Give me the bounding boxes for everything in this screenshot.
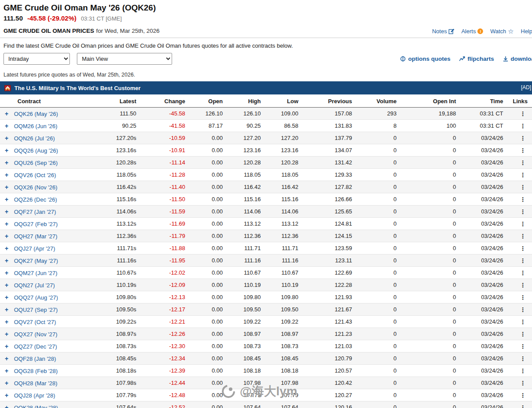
contract-link[interactable]: OQF27 (Jan '27) [14, 209, 56, 215]
expand-row-icon[interactable]: + [3, 147, 10, 154]
options-quotes-link[interactable]: options quotes [400, 56, 450, 62]
expand-row-icon[interactable]: + [3, 282, 10, 289]
contract-link[interactable]: OQM26 (Jun '26) [14, 123, 57, 129]
row-menu-icon[interactable]: ⋮ [520, 245, 526, 252]
expand-row-icon[interactable]: + [3, 306, 10, 313]
contract-link[interactable]: OQQ27 (Aug '27) [14, 294, 58, 301]
expand-row-icon[interactable]: + [3, 110, 10, 117]
contract-link[interactable]: OQK26 (May '26) [14, 111, 58, 117]
contract-link[interactable]: OQX27 (Nov '27) [14, 331, 57, 338]
row-menu-icon[interactable]: ⋮ [520, 220, 526, 227]
contract-link[interactable]: OQN26 (Jul '26) [14, 135, 55, 142]
col-header-high[interactable]: High [226, 95, 264, 108]
col-header-time[interactable]: Time [459, 95, 507, 108]
row-menu-icon[interactable]: ⋮ [520, 257, 526, 264]
col-header-openint[interactable]: Open Int [400, 95, 459, 108]
flipcharts-link[interactable]: flipcharts [459, 56, 494, 62]
row-menu-icon[interactable]: ⋮ [520, 355, 526, 362]
contract-link[interactable]: OQM27 (Jun '27) [14, 270, 57, 276]
contract-link[interactable]: OQV27 (Oct '27) [14, 319, 56, 325]
row-menu-icon[interactable]: ⋮ [520, 135, 526, 142]
row-menu-icon[interactable]: ⋮ [520, 331, 526, 338]
expand-row-icon[interactable]: + [3, 257, 10, 264]
row-menu-icon[interactable]: ⋮ [520, 159, 526, 166]
expand-row-icon[interactable]: + [3, 318, 10, 325]
contract-link[interactable]: OQG28 (Feb '28) [14, 368, 58, 374]
row-menu-icon[interactable]: ⋮ [520, 269, 526, 276]
expand-row-icon[interactable]: + [3, 294, 10, 301]
row-menu-icon[interactable]: ⋮ [520, 196, 526, 203]
row-menu-icon[interactable]: ⋮ [520, 318, 526, 325]
expand-row-icon[interactable]: + [3, 220, 10, 227]
col-header-latest[interactable]: Latest [100, 95, 140, 108]
expand-row-icon[interactable]: + [3, 135, 10, 142]
row-menu-icon[interactable]: ⋮ [520, 147, 526, 154]
contract-link[interactable]: OQH28 (Mar '28) [14, 380, 57, 387]
expand-row-icon[interactable]: + [3, 245, 10, 252]
row-menu-icon[interactable]: ⋮ [520, 367, 526, 374]
row-menu-icon[interactable]: ⋮ [520, 233, 526, 240]
col-header-change[interactable]: Change [140, 95, 189, 108]
expand-row-icon[interactable]: + [3, 269, 10, 276]
row-menu-icon[interactable]: ⋮ [520, 306, 526, 313]
low-cell: 115.16 [264, 193, 302, 206]
col-header-low[interactable]: Low [264, 95, 302, 108]
row-menu-icon[interactable]: ⋮ [520, 404, 526, 408]
contract-link[interactable]: OQK28 (May '28) [14, 405, 58, 408]
expand-row-icon[interactable]: + [3, 343, 10, 350]
help-link[interactable]: Help ? [521, 28, 532, 35]
row-menu-icon[interactable]: ⋮ [520, 184, 526, 191]
expand-row-icon[interactable]: + [3, 122, 10, 129]
contract-link[interactable]: OQJ28 (Apr '28) [14, 392, 55, 399]
contract-link[interactable]: OQX26 (Nov '26) [14, 184, 57, 191]
expand-row-icon[interactable]: + [3, 367, 10, 374]
notes-link[interactable]: Notes [432, 28, 454, 35]
expand-row-icon[interactable]: + [3, 159, 10, 166]
expand-row-icon[interactable]: + [3, 404, 10, 408]
ad-banner[interactable]: The U.S. Military Is The World's Best Cu… [0, 81, 532, 94]
contract-link[interactable]: OQH27 (Mar '27) [14, 233, 57, 240]
expand-row-icon[interactable]: + [3, 380, 10, 387]
contract-link[interactable]: OQZ27 (Dec '27) [14, 343, 57, 350]
contract-link[interactable]: OQF28 (Jan '28) [14, 356, 56, 362]
frequency-select[interactable]: Intraday [3, 53, 70, 65]
row-menu-icon[interactable]: ⋮ [520, 122, 526, 129]
contract-link[interactable]: OQN27 (Jul '27) [14, 282, 55, 289]
contract-link[interactable]: OQK27 (May '27) [14, 258, 58, 264]
expand-row-icon[interactable]: + [3, 184, 10, 191]
col-header-open[interactable]: Open [189, 95, 226, 108]
row-menu-icon[interactable]: ⋮ [520, 208, 526, 215]
openint-cell: 0 [400, 255, 459, 267]
contract-link[interactable]: OQU26 (Sep '26) [14, 160, 58, 166]
expand-row-icon[interactable]: + [3, 392, 10, 399]
row-menu-icon[interactable]: ⋮ [520, 171, 526, 178]
contract-link[interactable]: OQJ27 (Apr '27) [14, 245, 55, 252]
download-link[interactable]: download [503, 56, 532, 62]
row-menu-icon[interactable]: ⋮ [520, 294, 526, 301]
volume-cell: 0 [356, 401, 400, 408]
expand-row-icon[interactable]: + [3, 196, 10, 203]
row-menu-icon[interactable]: ⋮ [520, 380, 526, 387]
row-menu-icon[interactable]: ⋮ [520, 392, 526, 399]
row-menu-icon[interactable]: ⋮ [520, 343, 526, 350]
latest-cell: 109.80s [100, 291, 140, 303]
expand-row-icon[interactable]: + [3, 355, 10, 362]
contract-link[interactable]: OQG27 (Feb '27) [14, 221, 58, 227]
view-select[interactable]: Main View [77, 53, 172, 65]
watch-link[interactable]: Watch ☆ [490, 28, 514, 35]
expand-row-icon[interactable]: + [3, 208, 10, 215]
row-menu-icon[interactable]: ⋮ [520, 110, 526, 117]
contract-link[interactable]: OQQ26 (Aug '26) [14, 147, 58, 154]
alerts-link[interactable]: Alerts ! [461, 28, 483, 35]
col-header-contract[interactable]: Contract [0, 95, 100, 108]
contract-link[interactable]: OQV26 (Oct '26) [14, 172, 56, 178]
expand-row-icon[interactable]: + [3, 233, 10, 240]
contract-link[interactable]: OQZ26 (Dec '26) [14, 196, 57, 203]
col-header-previous[interactable]: Previous [302, 95, 356, 108]
col-header-volume[interactable]: Volume [356, 95, 400, 108]
expand-row-icon[interactable]: + [3, 171, 10, 178]
low-cell: 107.79 [264, 389, 302, 401]
contract-link[interactable]: OQU27 (Sep '27) [14, 307, 58, 313]
expand-row-icon[interactable]: + [3, 331, 10, 338]
row-menu-icon[interactable]: ⋮ [520, 282, 526, 289]
